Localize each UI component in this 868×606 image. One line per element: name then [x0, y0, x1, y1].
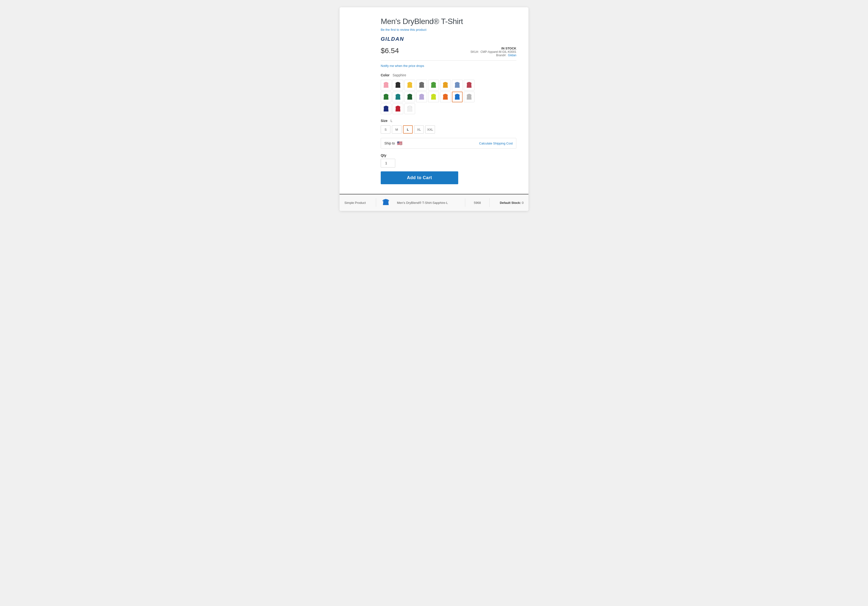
color-swatch-green[interactable]: [428, 80, 439, 90]
size-btn-m[interactable]: M: [392, 125, 401, 134]
availability-badge: IN STOCK: [471, 47, 516, 50]
bottom-quantity: 5968: [470, 201, 485, 205]
bottom-stock-value: 0: [522, 201, 524, 205]
size-btn-xxl[interactable]: XXL: [425, 125, 435, 134]
bottom-bar: Simple Product Men's DryBlend® T-Shirt-S…: [339, 194, 529, 211]
product-detail-section: Men's DryBlend® T-Shirt Be the first to …: [339, 7, 529, 194]
qty-label: Qty: [381, 154, 516, 157]
bottom-stock-info: Default Stock: 0: [494, 201, 524, 205]
review-link[interactable]: Be the first to review this product: [381, 28, 516, 31]
calculate-shipping-link[interactable]: Calculate Shipping Cost: [479, 141, 513, 145]
color-swatch-red-heather[interactable]: [464, 80, 474, 90]
bottom-divider-1: [376, 198, 376, 207]
size-btn-s[interactable]: S: [381, 125, 391, 134]
color-swatch-grid: [381, 80, 477, 114]
color-swatch-pink[interactable]: [381, 80, 391, 90]
color-swatch-ash[interactable]: [464, 92, 474, 102]
color-swatch-black[interactable]: [392, 80, 403, 90]
color-swatch-slate-blue[interactable]: [452, 80, 463, 90]
size-selected-value: L: [391, 119, 392, 123]
color-swatch-orange[interactable]: [440, 92, 451, 102]
bottom-tshirt-icon: [381, 198, 391, 208]
brand-line: Brand#: Gildan: [471, 54, 516, 57]
product-price: $6.54: [381, 47, 399, 55]
color-swatch-charcoal[interactable]: [416, 80, 427, 90]
color-swatch-sapphire[interactable]: [452, 92, 463, 102]
size-label: Size: [381, 119, 388, 123]
color-swatch-dark-green[interactable]: [381, 92, 391, 102]
product-title: Men's DryBlend® T-Shirt: [381, 17, 516, 26]
stock-info: IN STOCK SKU#: CMP-Apparel-M-GIL-K0001 B…: [471, 47, 516, 57]
color-option-row: Color Sapphire: [381, 73, 516, 114]
size-btn-xl[interactable]: XL: [414, 125, 424, 134]
color-selected-value: Sapphire: [392, 73, 406, 77]
size-option-row: Size L S M L XL XXL: [381, 118, 516, 134]
brand-label: Brand#:: [496, 54, 507, 57]
color-swatch-crimson[interactable]: [392, 104, 403, 114]
bottom-divider-2: [465, 198, 465, 207]
color-swatch-navy[interactable]: [381, 104, 391, 114]
size-btn-l[interactable]: L: [403, 125, 413, 134]
qty-row: Qty: [381, 154, 516, 168]
sku-label: SKU#:: [471, 50, 479, 54]
product-page: Men's DryBlend® T-Shirt Be the first to …: [339, 7, 529, 211]
sku-line: SKU#: CMP-Apparel-M-GIL-K0001: [471, 50, 516, 54]
product-type-label: Simple Product: [344, 201, 371, 205]
bottom-stock-label: Default Stock:: [500, 201, 521, 205]
ship-to-section: Ship to 🇺🇸: [384, 141, 402, 146]
ship-to-label: Ship to: [384, 141, 395, 145]
qty-input[interactable]: [381, 159, 395, 168]
sku-value: CMP-Apparel-M-GIL-K0001: [480, 50, 516, 54]
brand-logo: GILDAN: [381, 36, 516, 42]
price-stock-row: $6.54 IN STOCK SKU#: CMP-Apparel-M-GIL-K…: [381, 47, 516, 57]
color-swatch-gold[interactable]: [440, 80, 451, 90]
size-button-grid: S M L XL XXL: [381, 125, 516, 134]
notify-price-drop-link[interactable]: Notify me when the price drops: [381, 64, 516, 68]
color-swatch-teal[interactable]: [392, 92, 403, 102]
color-swatch-yellow[interactable]: [405, 80, 415, 90]
color-swatch-forest[interactable]: [405, 92, 415, 102]
bottom-product-desc: Men's DryBlend® T-Shirt-Sapphire-L: [397, 201, 460, 205]
color-label: Color: [381, 73, 390, 77]
shipping-row: Ship to 🇺🇸 Calculate Shipping Cost: [381, 138, 516, 149]
add-to-cart-button[interactable]: Add to Cart: [381, 171, 458, 184]
color-swatch-lavender[interactable]: [416, 92, 427, 102]
color-swatch-white[interactable]: [405, 104, 415, 114]
brand-value-link[interactable]: Gildan: [508, 54, 516, 57]
color-swatch-lime[interactable]: [428, 92, 439, 102]
flag-icon: 🇺🇸: [397, 141, 402, 146]
